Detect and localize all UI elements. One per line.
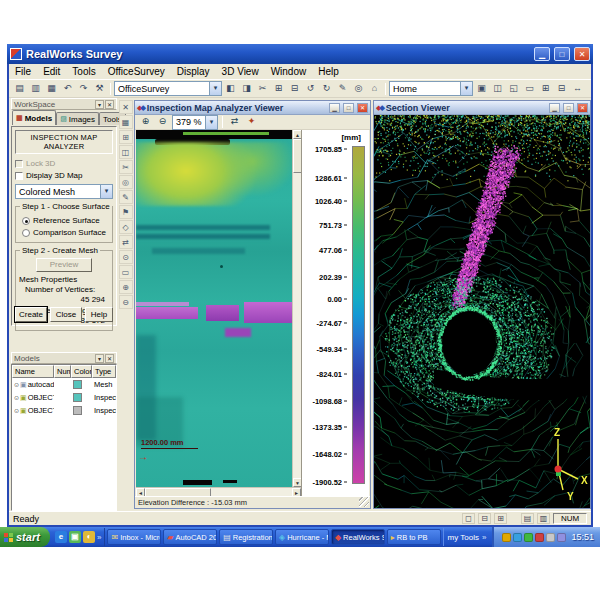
cut-tool-icon[interactable]: ✂: [119, 160, 133, 174]
menu-file[interactable]: File: [9, 65, 37, 78]
zoom-in-icon[interactable]: ⊕: [138, 115, 153, 129]
add-tool-icon[interactable]: ⊕: [119, 280, 133, 294]
redo-icon[interactable]: ↷: [76, 82, 91, 96]
table-row[interactable]: ⊙▣autocad...Mesh: [12, 378, 116, 391]
cut-icon[interactable]: ✂: [255, 82, 270, 96]
tray-icon[interactable]: [535, 533, 544, 542]
close-button[interactable]: ✕: [574, 47, 590, 61]
section-pointcloud-canvas[interactable]: [374, 115, 590, 508]
tools-icon[interactable]: ⚒: [92, 82, 107, 96]
start-button[interactable]: start: [0, 527, 50, 547]
eye-icon[interactable]: ⊙: [14, 407, 19, 414]
vertical-scrollbar[interactable]: ▲ ▼: [292, 130, 301, 487]
status-icon[interactable]: ▤: [521, 513, 534, 524]
inspection-heatmap[interactable]: 1200.00 mm →: [136, 130, 292, 487]
menu-tools[interactable]: Tools: [66, 65, 101, 78]
browser-icon[interactable]: e: [55, 531, 67, 543]
taskbar-button[interactable]: ▸RB to PB: [387, 529, 441, 545]
taskbar-button[interactable]: ◈Hurricane - Micro...: [275, 529, 329, 545]
close-icon[interactable]: ✕: [105, 100, 114, 109]
pin-icon[interactable]: ▾: [95, 100, 104, 109]
chevron-down-icon[interactable]: ▾: [209, 82, 221, 95]
tab-models[interactable]: ▦Models: [12, 110, 56, 125]
maximize-icon[interactable]: □: [343, 103, 354, 113]
close-panel-button[interactable]: Close: [50, 307, 82, 322]
menu-officesurvey[interactable]: OfficeSurvey: [102, 65, 171, 78]
chevron-icon[interactable]: »: [97, 533, 101, 542]
media-icon[interactable]: ◐: [83, 531, 95, 543]
layout-icon[interactable]: ⊟: [478, 513, 491, 524]
table-row[interactable]: ⊙▣OBJECT...Inspectio: [12, 391, 116, 404]
horizontal-scrollbar[interactable]: ◄ ►: [136, 487, 301, 496]
layout-icon[interactable]: ◻: [462, 513, 475, 524]
status-icon[interactable]: ▥: [537, 513, 550, 524]
layout-icon[interactable]: ⊞: [494, 513, 507, 524]
display-3d-map-checkbox-row[interactable]: Display 3D Map: [15, 170, 113, 181]
reference-surface-radio[interactable]: [22, 217, 30, 225]
edit-tool-icon[interactable]: ✎: [119, 190, 133, 204]
pin-icon[interactable]: ▾: [95, 354, 104, 363]
comparison-surface-radio[interactable]: [22, 229, 30, 237]
eye-icon[interactable]: ⊙: [14, 381, 19, 388]
undo-icon[interactable]: ↶: [60, 82, 75, 96]
pane-icon[interactable]: ▭: [522, 82, 537, 96]
create-button[interactable]: Create: [15, 307, 47, 322]
eye-icon[interactable]: ⊙: [14, 394, 19, 401]
minimize-icon[interactable]: ▁: [549, 103, 560, 113]
target-tool-icon[interactable]: ◎: [119, 175, 133, 189]
tray-icon[interactable]: [502, 533, 511, 542]
display-3d-map-checkbox[interactable]: [15, 172, 23, 180]
taskbar-button[interactable]: ◆RealWorks Survey: [331, 529, 385, 545]
chevron-down-icon[interactable]: ▾: [205, 116, 217, 129]
cascade-icon[interactable]: ⊟: [554, 82, 569, 96]
edit-icon[interactable]: ✎: [335, 82, 350, 96]
mesh-type-select[interactable]: Colored Mesh ▾: [15, 184, 113, 199]
target-icon[interactable]: ◎: [351, 82, 366, 96]
fit-icon[interactable]: ↔: [570, 82, 585, 96]
close-icon[interactable]: ✕: [105, 354, 114, 363]
select-tool-icon[interactable]: ⊙: [119, 250, 133, 264]
menu-edit[interactable]: Edit: [37, 65, 66, 78]
home-view-icon[interactable]: ⌂: [367, 82, 382, 96]
maximize-icon[interactable]: □: [563, 103, 574, 113]
zoom-level-combobox[interactable]: 379 % ▾: [172, 115, 218, 130]
map-viewer-titlebar[interactable]: ◆◆ Inspection Map Analyzer Viewer ▁ □ ✕: [135, 101, 370, 115]
column-header[interactable]: Color: [71, 365, 92, 378]
split-view-icon[interactable]: ◫: [490, 82, 505, 96]
tray-icon[interactable]: [513, 533, 522, 542]
menu-3d-view[interactable]: 3D View: [216, 65, 265, 78]
chevron-down-icon[interactable]: ▾: [460, 82, 472, 95]
grid-tool-icon[interactable]: ▦: [119, 115, 133, 129]
table-row[interactable]: ⊙▣OBJECT...Inspectio: [12, 404, 116, 417]
tile-icon[interactable]: ⊞: [538, 82, 553, 96]
module-combobox[interactable]: OfficeSurvey ▾: [114, 81, 222, 96]
expand-icon[interactable]: ⊞: [271, 82, 286, 96]
swap-tool-icon[interactable]: ⇄: [119, 235, 133, 249]
save-icon[interactable]: ▦: [44, 82, 59, 96]
tray-icon[interactable]: [546, 533, 555, 542]
my-tools-toolbar[interactable]: my Tools »: [443, 528, 491, 546]
diamond-tool-icon[interactable]: ◇: [119, 220, 133, 234]
collapse-icon[interactable]: ⊟: [287, 82, 302, 96]
view-combobox[interactable]: Home ▾: [389, 81, 473, 96]
segment-icon[interactable]: ◧: [223, 82, 238, 96]
minimize-button[interactable]: ▁: [534, 47, 550, 61]
measure-icon[interactable]: ✦: [244, 115, 259, 129]
taskbar-button[interactable]: ✉Inbox - Microsof...: [107, 529, 161, 545]
taskbar-button[interactable]: ▤Registration Rep...: [219, 529, 273, 545]
menu-display[interactable]: Display: [171, 65, 216, 78]
tab-images[interactable]: ▨Images: [56, 112, 99, 125]
chevron-icon[interactable]: »: [482, 533, 486, 542]
resize-grip[interactable]: [359, 497, 369, 507]
section-viewer-titlebar[interactable]: ◆◆ Section Viewer ▁ □ ✕: [374, 101, 590, 115]
menu-help[interactable]: Help: [312, 65, 345, 78]
column-header[interactable]: Name: [12, 365, 54, 378]
app-titlebar[interactable]: RealWorks Survey ▁ □ ✕: [7, 44, 593, 64]
rotate-right-icon[interactable]: ↻: [319, 82, 334, 96]
delete-tool-icon[interactable]: ✕: [119, 100, 133, 114]
flag-tool-icon[interactable]: ⚑: [119, 205, 133, 219]
layout-icon[interactable]: ◱: [506, 82, 521, 96]
remove-tool-icon[interactable]: ⊖: [119, 295, 133, 309]
close-icon[interactable]: ✕: [577, 103, 588, 113]
zoom-out-icon[interactable]: ⊖: [155, 115, 170, 129]
